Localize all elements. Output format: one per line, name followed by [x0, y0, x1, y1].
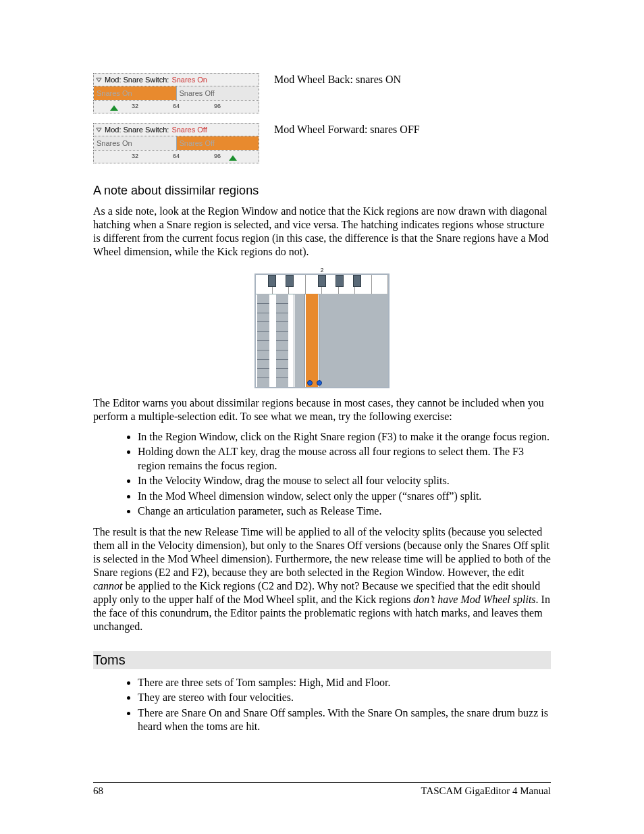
list-item: In the Velocity Window, drag the mouse t… — [138, 474, 551, 488]
triangle-down-icon — [96, 77, 102, 83]
region-handle-icon[interactable] — [317, 380, 322, 386]
page-number: 68 — [93, 785, 103, 797]
region-kick-c2[interactable] — [257, 294, 269, 387]
region-kick-d2[interactable] — [276, 294, 288, 387]
region-snare-e2[interactable] — [295, 294, 304, 387]
panel-title[interactable]: Mod: Snare Switch: Snares On — [93, 73, 259, 86]
panel-caption: Mod Wheel Forward: snares OFF — [274, 123, 551, 136]
panel-label: Mod: Snare Switch: — [105, 126, 169, 134]
region-handle-icon[interactable] — [307, 380, 313, 386]
triangle-down-icon — [96, 127, 102, 133]
list-item: In the Region Window, click on the Right… — [138, 430, 551, 444]
exercise-list: In the Region Window, click on the Right… — [93, 430, 551, 519]
split-snares-on[interactable]: Snares On — [94, 136, 177, 150]
mod-panel-snares-off: Mod: Snare Switch: Snares Off Snares On … — [93, 123, 259, 163]
list-item: Change an articulation parameter, such a… — [138, 504, 551, 518]
split-snares-on[interactable]: Snares On — [94, 86, 177, 100]
panel-title[interactable]: Mod: Snare Switch: Snares Off — [93, 123, 259, 136]
mod-ruler[interactable]: 32 64 96 — [93, 151, 259, 163]
list-item: Holding down the ALT key, drag the mouse… — [138, 445, 551, 473]
svg-marker-1 — [97, 128, 101, 131]
region-window-figure: 2 — [254, 265, 390, 388]
list-item: In the Mod Wheel dimension window, selec… — [138, 490, 551, 503]
list-item: There are three sets of Tom samples: Hig… — [138, 676, 551, 689]
panel-state: Snares On — [171, 76, 207, 84]
body-text: The result is that the new Release Time … — [93, 525, 551, 633]
region-empty — [319, 294, 388, 387]
list-item: They are stereo with four velocities. — [138, 691, 551, 704]
body-text: The Editor warns you about dissimilar re… — [93, 396, 551, 423]
keyboard-strip — [256, 275, 388, 294]
list-item: There are Snare On and Snare Off samples… — [138, 706, 551, 734]
octave-label: 2 — [320, 267, 323, 273]
mod-pointer-icon[interactable] — [229, 155, 237, 161]
page-footer: 68 TASCAM GigaEditor 4 Manual — [93, 782, 551, 797]
panel-label: Mod: Snare Switch: — [105, 76, 169, 84]
split-snares-off[interactable]: Snares Off — [177, 136, 259, 150]
split-snares-off[interactable]: Snares Off — [177, 86, 259, 100]
mod-pointer-icon[interactable] — [110, 105, 118, 111]
mod-panel-snares-on: Mod: Snare Switch: Snares On Snares On S… — [93, 73, 259, 113]
mod-ruler[interactable]: 32 64 96 — [93, 101, 259, 113]
svg-marker-0 — [97, 78, 101, 81]
region-snare-f2[interactable] — [306, 294, 318, 387]
body-text: As a side note, look at the Region Windo… — [93, 205, 551, 259]
panel-caption: Mod Wheel Back: snares ON — [274, 73, 551, 86]
heading-toms: Toms — [93, 651, 551, 669]
toms-list: There are three sets of Tom samples: Hig… — [93, 676, 551, 734]
heading-dissimilar: A note about dissimilar regions — [93, 184, 551, 198]
panel-state: Snares Off — [171, 126, 207, 134]
manual-title: TASCAM GigaEditor 4 Manual — [421, 785, 551, 797]
